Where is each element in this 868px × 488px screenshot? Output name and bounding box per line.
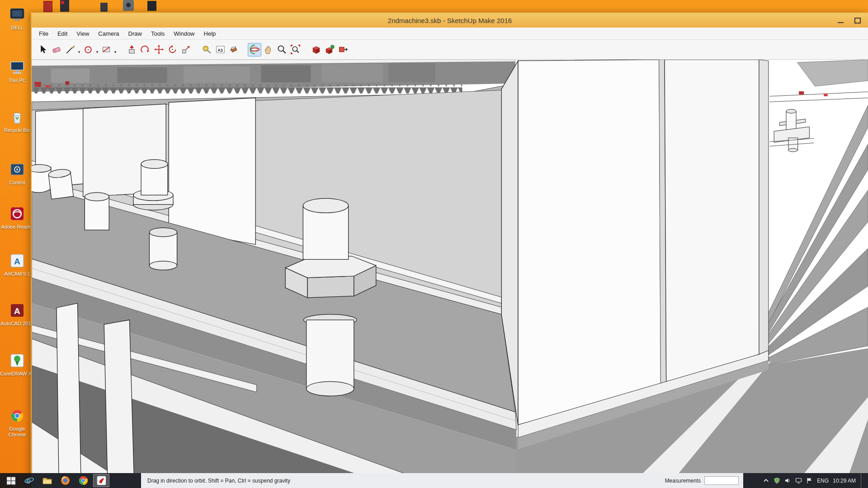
text-tool-button[interactable]: A1 [213, 43, 227, 56]
menu-file[interactable]: File [34, 28, 53, 39]
circle-tool-dropdown[interactable]: ▾ [95, 45, 99, 54]
computer-icon [8, 58, 26, 76]
desktop-icon-artcam[interactable]: A ArtCAM 9.1 [0, 252, 34, 277]
svg-text:e: e [26, 476, 31, 485]
artcam-icon: A [8, 252, 26, 270]
desktop-icon-partial[interactable] [147, 1, 156, 11]
svg-text:A: A [14, 306, 20, 316]
measurements-input[interactable] [704, 476, 739, 485]
taskbar-app-sketchup[interactable] [93, 474, 109, 487]
taskbar-app-firefox[interactable] [57, 474, 73, 487]
model-scene [32, 60, 868, 473]
taskbar-app-internet-explorer[interactable]: e [21, 474, 37, 487]
select-tool-button[interactable] [36, 43, 50, 56]
zoom-tool-button[interactable] [275, 43, 288, 56]
scale-tool-button[interactable] [179, 43, 193, 56]
autocad-icon: A [8, 301, 26, 319]
desktop-icon-chrome[interactable]: Google Chrome [0, 407, 34, 437]
dell-icon [8, 5, 26, 23]
svg-text:A: A [14, 257, 20, 266]
follow-me-tool-button[interactable] [138, 43, 152, 56]
tray-speaker-icon[interactable] [784, 477, 791, 484]
chrome-icon [8, 407, 26, 425]
recycle-bin-icon [8, 108, 26, 126]
desktop-icon-adobe-reader[interactable]: Adobe Reader [0, 205, 34, 230]
move-tool-button[interactable] [152, 43, 165, 56]
toolbar: ▾ ▾ ▾ A1 [32, 40, 868, 60]
desktop-icon-control[interactable]: Control [0, 160, 34, 186]
control-panel-icon [8, 160, 26, 178]
menu-view[interactable]: View [72, 28, 94, 39]
clock[interactable]: 10:29 AM [833, 478, 856, 484]
status-hint: Drag in direction to orbit. Shift = Pan,… [147, 478, 290, 484]
status-bar: Drag in direction to orbit. Shift = Pan,… [141, 473, 743, 488]
desktop-icon-autocad[interactable]: A AutoCAD 2016 [0, 301, 34, 327]
push-pull-tool-button[interactable] [125, 43, 138, 56]
maximize-button[interactable] [854, 18, 861, 23]
tray-expand-chevron[interactable] [763, 477, 769, 484]
tray-flag-icon[interactable] [806, 477, 813, 484]
paint-bucket-tool-button[interactable] [227, 43, 241, 56]
measurements-label: Measurements [665, 478, 701, 484]
tray-shield-icon[interactable] [774, 477, 780, 484]
menu-help[interactable]: Help [199, 28, 221, 39]
zoom-extents-tool-button[interactable] [288, 43, 302, 56]
shape-tool-button[interactable] [99, 43, 113, 56]
svg-text:A1: A1 [217, 47, 223, 52]
desktop-icon-partial[interactable] [100, 3, 108, 12]
tray-display-icon[interactable] [795, 477, 802, 484]
rotate-tool-button[interactable] [165, 43, 179, 56]
adobe-reader-icon [8, 205, 26, 223]
language-indicator[interactable]: ENG [817, 478, 829, 484]
desktop-icon-dell[interactable]: DELL [0, 5, 34, 31]
desktop-icon-partial[interactable] [60, 0, 69, 12]
menu-camera[interactable]: Camera [94, 28, 123, 39]
menu-draw[interactable]: Draw [124, 28, 146, 39]
menu-bar: File Edit View Camera Draw Tools Window … [32, 28, 868, 40]
minimize-button[interactable] [838, 22, 844, 23]
taskbar-app-chrome[interactable] [75, 474, 91, 487]
menu-tools[interactable]: Tools [146, 28, 169, 39]
get-models-button[interactable] [309, 43, 323, 56]
share-model-button[interactable] [323, 43, 336, 56]
3d-viewport[interactable] [32, 60, 868, 473]
line-tool-button[interactable] [63, 43, 77, 56]
tape-measure-tool-button[interactable] [200, 43, 213, 56]
show-desktop-button[interactable] [861, 473, 864, 488]
desktop-icon-recycle-bin[interactable]: Recycle Bin [0, 108, 34, 133]
line-tool-dropdown[interactable]: ▾ [77, 45, 81, 54]
desktop-icon-partial[interactable] [43, 1, 52, 13]
circle-tool-button[interactable] [81, 43, 95, 56]
taskbar-app-file-explorer[interactable] [39, 474, 55, 487]
window-title: 2ndmachine3.skb - SketchUp Make 2016 [32, 17, 868, 24]
menu-window[interactable]: Window [169, 28, 199, 39]
desktop-icon-partial[interactable] [123, 0, 134, 11]
shape-tool-dropdown[interactable]: ▾ [113, 45, 118, 54]
orbit-tool-button[interactable] [248, 43, 261, 56]
desktop-icon-this-pc[interactable]: This PC [0, 58, 34, 84]
title-bar[interactable]: 2ndmachine3.skb - SketchUp Make 2016 [32, 13, 868, 28]
eraser-tool-button[interactable] [50, 43, 63, 56]
sketchup-window: 2ndmachine3.skb - SketchUp Make 2016 Fil… [31, 12, 868, 488]
send-model-button[interactable] [336, 43, 350, 56]
desktop-icon-coreldraw[interactable]: CorelDRAW X6 [0, 352, 34, 377]
start-button[interactable] [3, 474, 19, 487]
taskbar: e Drag in direction to orbit. Shift = Pa… [0, 473, 868, 488]
menu-edit[interactable]: Edit [53, 28, 72, 39]
coreldraw-icon [8, 352, 26, 370]
pan-tool-button[interactable] [261, 43, 275, 56]
